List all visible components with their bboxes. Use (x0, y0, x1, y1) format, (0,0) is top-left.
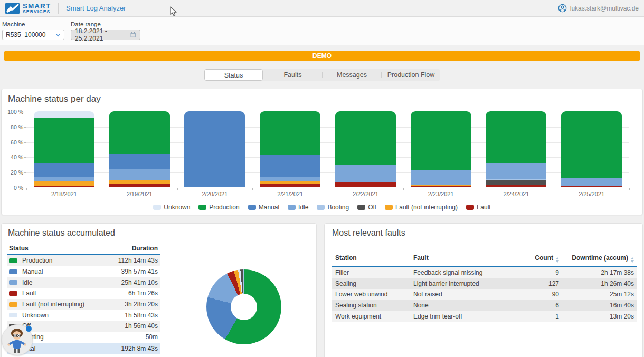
date-range-input[interactable]: 18.2.2021 - 25.2.2021 (71, 30, 140, 40)
legend-swatch (288, 205, 296, 210)
bar-segment-idle (561, 178, 622, 186)
panel-title-faults: Most relevant faults (332, 228, 405, 238)
bar-segment-off (486, 180, 546, 185)
status-duration: 6h 1m 26s (128, 290, 158, 297)
bar-segment-fault (260, 184, 320, 187)
x-axis-label: 2/24/2021 (479, 191, 554, 197)
legend-item-fault-not-interrupting[interactable]: Fault (not interrupting) (385, 204, 458, 211)
top-header: SMART SERVICES Smart Log Analyzer lukas.… (0, 0, 644, 17)
legend-label: Manual (259, 204, 279, 211)
x-axis-tick (102, 188, 102, 190)
status-row-fault-not-interrupting: Fault (not interrupting)3h 28m 20s (7, 299, 160, 310)
machine-label: Machine (2, 21, 64, 27)
status-row-unknown: Unknown1h 58m 43s (7, 310, 160, 321)
fault-downtime: 1h 26m 40s (559, 280, 634, 287)
bar-segment-fault (486, 185, 546, 187)
faults-table-header: Station Fault Count Downtime (accum) (332, 252, 637, 267)
smart-services-logo: SMART SERVICES (5, 3, 51, 14)
status-row-production: Production112h 14m 43s (7, 255, 160, 266)
legend-item-unknown[interactable]: Unknown (153, 204, 190, 211)
legend-swatch (248, 205, 256, 210)
status-label-cell: Production (9, 257, 52, 264)
machine-select[interactable]: R535_100000 (2, 30, 64, 40)
bar-segment-idle (109, 169, 170, 180)
status-swatch (9, 269, 17, 274)
legend-item-idle[interactable]: Idle (288, 204, 308, 211)
status-name: Fault (not interrupting) (22, 301, 84, 308)
legend-item-fault[interactable]: Fault (466, 204, 491, 211)
fault-row-filler: FillerFeedback signal missing92h 17m 38s (332, 267, 637, 278)
status-swatch (9, 291, 17, 296)
x-axis-label: 2/18/2021 (26, 191, 102, 197)
tab-production-flow[interactable]: Production Flow (382, 69, 440, 81)
fault-row-work-equipment: Work equipmentEdge trim tear-off113m 20s (332, 311, 637, 322)
chevron-down-icon (55, 33, 61, 37)
x-axis-label: 2/22/2021 (328, 191, 403, 197)
status-duration: 1h 58m 43s (125, 312, 158, 319)
machine-select-value: R535_100000 (6, 31, 45, 38)
status-duration: 39h 57m 41s (121, 268, 158, 275)
legend-item-off[interactable]: Off (357, 204, 376, 211)
bar-segment-idle (335, 165, 396, 183)
x-axis-tick (403, 188, 404, 190)
status-duration: 112h 14m 43s (118, 257, 158, 264)
bar-segment-manual (34, 163, 94, 176)
status-row-manual: Manual39h 57m 41s (7, 266, 160, 277)
column-header-station: Station (335, 254, 413, 263)
legend-swatch (385, 205, 393, 210)
x-axis-tick (629, 188, 630, 190)
legend-item-manual[interactable]: Manual (248, 204, 279, 211)
y-axis-label: 60 % (2, 139, 23, 146)
column-header-downtime-sort[interactable]: Downtime (accum) (559, 254, 634, 263)
logo-line1: SMART (23, 3, 51, 10)
status-swatch (9, 280, 17, 285)
status-duration: 1h 56m 40s (125, 322, 158, 330)
legend-swatch (466, 205, 474, 210)
bar-segment-fault (561, 186, 622, 187)
bar-2-25-2021 (561, 111, 622, 187)
status-row-idle: Idle25h 41m 10s (7, 277, 160, 288)
user-menu[interactable]: lukas.stark@multivac.de (558, 4, 639, 13)
logo-line2: SERVICES (23, 9, 51, 14)
legend-label: Unknown (164, 204, 190, 211)
tab-messages[interactable]: Messages (323, 69, 381, 81)
fault-downtime: 16m 40s (559, 302, 634, 309)
x-axis-tick (252, 188, 253, 190)
faults-table: Station Fault Count Downtime (accum) Fil… (332, 252, 637, 322)
status-duration: 25h 41m 10s (121, 279, 158, 286)
stacked-bar-chart: 100 %80 %60 %40 %20 %0 %2/18/20212/19/20… (26, 112, 629, 188)
x-axis-tick (177, 188, 178, 190)
fault-downtime: 25m 12s (559, 291, 634, 298)
filter-bar: Machine R535_100000 Date range 18.2.2021… (0, 17, 644, 45)
fault-station: Sealing (335, 280, 413, 287)
assistant-avatar-widget[interactable] (2, 324, 33, 355)
y-axis-label: 100 % (2, 109, 23, 115)
status-name: Fault (22, 290, 36, 297)
tab-status[interactable]: Status (204, 69, 263, 81)
fault-count: 1 (529, 313, 559, 320)
fault-downtime: 2h 17m 38s (559, 269, 634, 276)
status-name: Unknown (22, 312, 49, 319)
legend-item-booting[interactable]: Booting (317, 204, 349, 211)
x-axis-label: 2/23/2021 (403, 191, 479, 197)
fault-count: 90 (529, 291, 559, 298)
y-axis-tick (24, 112, 26, 112)
y-axis-label: 20 % (2, 169, 23, 176)
demo-banner: DEMO (4, 51, 640, 61)
machine-status-per-day-panel: Machine status per day 100 %80 %60 %40 %… (1, 89, 643, 215)
column-header-count-sort[interactable]: Count (529, 254, 559, 263)
status-label-cell: Manual (9, 268, 43, 275)
x-axis-tick (554, 188, 554, 190)
tab-faults[interactable]: Faults (263, 69, 322, 81)
bar-2-20-2021 (184, 111, 245, 187)
bar-2-19-2021 (109, 111, 170, 187)
user-email: lukas.stark@multivac.de (570, 5, 639, 12)
y-axis-tick (24, 127, 26, 128)
status-name: Idle (22, 279, 32, 286)
donut-hole (231, 294, 257, 320)
bar-2-23-2021 (411, 111, 471, 187)
bar-segment-production (486, 111, 546, 163)
legend-item-production[interactable]: Production (198, 204, 239, 211)
legend-swatch (198, 205, 206, 210)
bar-segment-fault (34, 186, 94, 187)
